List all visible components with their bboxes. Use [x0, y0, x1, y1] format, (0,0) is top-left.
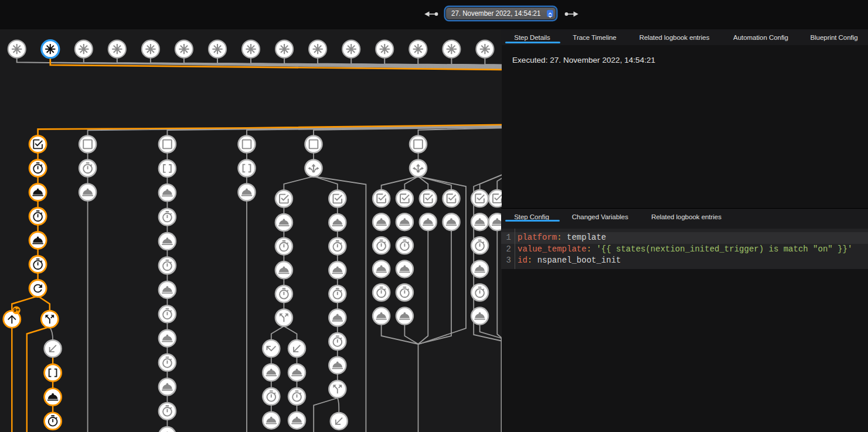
svg-text:9+: 9+: [13, 307, 19, 313]
